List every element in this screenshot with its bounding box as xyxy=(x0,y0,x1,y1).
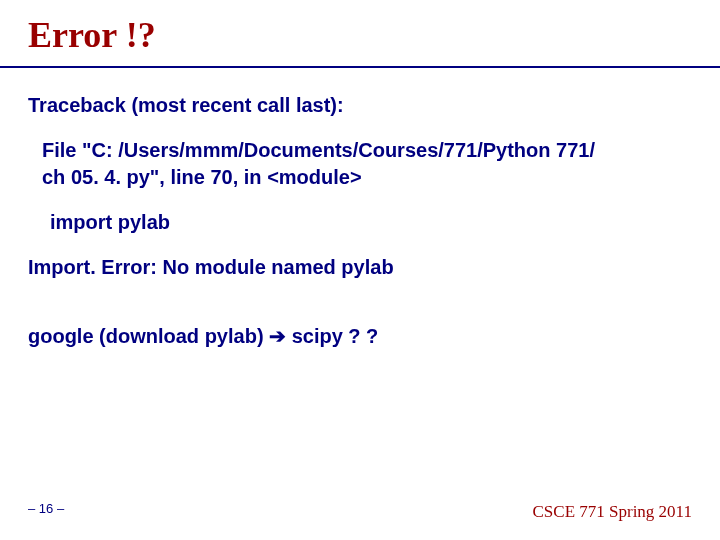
traceback-header: Traceback (most recent call last): xyxy=(28,92,688,119)
file-path-line-2: ch 05. 4. py", line 70, in <module> xyxy=(42,164,688,191)
google-prefix: google (download pylab) xyxy=(28,325,269,347)
import-statement: import pylab xyxy=(50,209,688,236)
arrow-right-icon: ➔ xyxy=(269,325,286,347)
file-path-line-1: File "C: /Users/mmm/Documents/Courses/77… xyxy=(42,137,688,164)
google-hint: google (download pylab) ➔ scipy ? ? xyxy=(28,323,688,350)
google-suffix: scipy ? ? xyxy=(286,325,378,347)
slide-body: Traceback (most recent call last): File … xyxy=(28,92,688,350)
file-block: File "C: /Users/mmm/Documents/Courses/77… xyxy=(42,137,688,191)
title-divider xyxy=(0,66,720,68)
slide: Error !? Traceback (most recent call las… xyxy=(0,0,720,540)
course-label: CSCE 771 Spring 2011 xyxy=(533,502,692,522)
page-number: – 16 – xyxy=(28,501,64,516)
import-error: Import. Error: No module named pylab xyxy=(28,254,688,281)
slide-title: Error !? xyxy=(28,14,156,56)
